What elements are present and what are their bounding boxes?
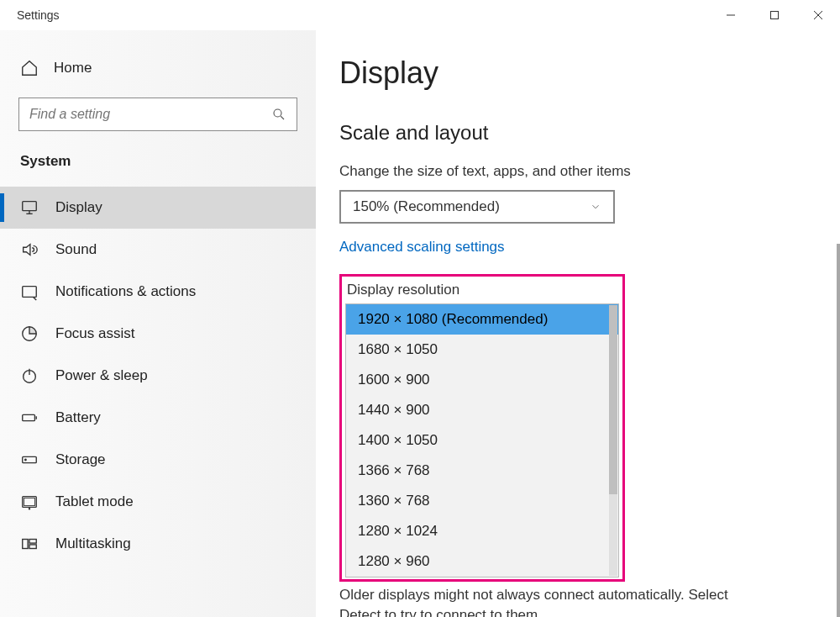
resolution-option[interactable]: 1366 × 768 (346, 456, 618, 486)
resolution-option[interactable]: 1400 × 1050 (346, 425, 618, 456)
maximize-button[interactable] (753, 0, 796, 30)
sidebar-item-focus[interactable]: Focus assist (0, 313, 316, 355)
sidebar-item-label: Battery (55, 409, 101, 426)
content-scrollbar[interactable] (837, 244, 840, 617)
sidebar-item-label: Power & sleep (55, 367, 148, 384)
sidebar-item-label: Display (55, 199, 102, 216)
sidebar-item-battery[interactable]: Battery (0, 397, 316, 439)
category-label: System (0, 146, 316, 187)
svg-rect-10 (23, 287, 37, 298)
search-icon (271, 107, 286, 122)
list-scrollbar[interactable] (609, 305, 617, 576)
battery-icon (20, 409, 39, 427)
svg-point-19 (29, 509, 29, 509)
svg-rect-13 (23, 414, 35, 420)
minimize-button[interactable] (709, 0, 753, 30)
detect-hint-text: Older displays might not always connect … (339, 585, 743, 617)
window-title: Settings (17, 8, 60, 22)
svg-marker-9 (24, 245, 30, 256)
storage-icon (20, 451, 39, 469)
sidebar-item-label: Notifications & actions (55, 283, 196, 300)
svg-line-5 (281, 116, 284, 119)
svg-point-4 (274, 109, 281, 117)
sound-icon (20, 240, 39, 259)
focus-icon (20, 324, 39, 343)
resolution-option[interactable]: 1360 × 768 (346, 486, 618, 516)
sidebar-item-label: Storage (55, 451, 106, 468)
notifications-icon (20, 282, 39, 301)
sidebar: Home System DisplaySoundNotifications & … (0, 30, 316, 617)
resolution-option[interactable]: 1280 × 960 (346, 546, 618, 577)
sidebar-item-multitasking[interactable]: Multitasking (0, 523, 316, 565)
tablet-icon (20, 493, 39, 511)
window-controls (709, 0, 840, 30)
resolution-option[interactable]: 1600 × 900 (346, 365, 618, 395)
sidebar-item-storage[interactable]: Storage (0, 439, 316, 481)
resolution-option[interactable]: 1680 × 1050 (346, 335, 618, 365)
resolution-option[interactable]: 1280 × 1024 (346, 516, 618, 546)
scale-dropdown[interactable]: 150% (Recommended) (339, 190, 615, 224)
display-icon (20, 198, 39, 217)
svg-rect-22 (29, 545, 36, 549)
close-button[interactable] (796, 0, 840, 30)
page-title: Display (339, 55, 816, 91)
search-box[interactable] (18, 98, 297, 131)
sidebar-item-label: Multitasking (55, 535, 131, 552)
advanced-scaling-link[interactable]: Advanced scaling settings (339, 239, 505, 256)
svg-point-16 (25, 459, 26, 460)
sidebar-item-sound[interactable]: Sound (0, 229, 316, 271)
svg-rect-20 (23, 540, 28, 549)
sidebar-item-power[interactable]: Power & sleep (0, 355, 316, 397)
multitasking-icon (20, 535, 39, 553)
section-scale-layout: Scale and layout (339, 121, 816, 145)
sidebar-item-display[interactable]: Display (0, 187, 316, 229)
sidebar-item-label: Sound (55, 241, 97, 258)
resolution-option[interactable]: 1440 × 900 (346, 395, 618, 425)
sidebar-item-label: Focus assist (55, 325, 134, 342)
home-label: Home (54, 60, 92, 76)
titlebar: Settings (0, 0, 840, 30)
scale-label: Change the size of text, apps, and other… (339, 163, 816, 180)
search-input[interactable] (29, 107, 271, 122)
resolution-highlight: Display resolution 1920 × 1080 (Recommen… (339, 274, 625, 582)
power-icon (20, 367, 39, 385)
svg-rect-6 (23, 202, 37, 211)
svg-rect-18 (24, 498, 35, 505)
scale-value: 150% (Recommended) (353, 198, 500, 215)
home-icon (20, 59, 39, 77)
resolution-dropdown-list[interactable]: 1920 × 1080 (Recommended)1680 × 10501600… (345, 303, 619, 577)
svg-rect-21 (29, 540, 36, 544)
content: Display Scale and layout Change the size… (316, 30, 840, 617)
sidebar-item-notifications[interactable]: Notifications & actions (0, 271, 316, 313)
sidebar-item-label: Tablet mode (55, 493, 134, 510)
svg-rect-1 (771, 12, 779, 19)
resolution-option[interactable]: 1920 × 1080 (Recommended) (346, 304, 618, 335)
sidebar-item-tablet[interactable]: Tablet mode (0, 481, 316, 523)
home-nav[interactable]: Home (0, 47, 316, 89)
resolution-label: Display resolution (345, 280, 619, 303)
scrollbar-thumb[interactable] (609, 305, 617, 494)
chevron-down-icon (590, 201, 601, 213)
